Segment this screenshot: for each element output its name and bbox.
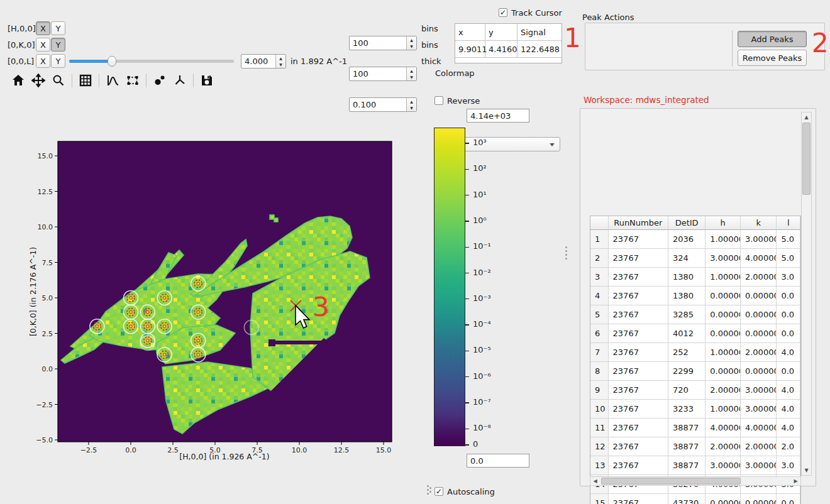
- save-icon[interactable]: [197, 72, 216, 89]
- table-row[interactable]: 1523767437300.000000.000000.0: [590, 494, 800, 504]
- table-cell[interactable]: 38877: [668, 419, 706, 437]
- table-cell[interactable]: 2.00000: [706, 437, 741, 456]
- table-cell[interactable]: 23767: [609, 419, 668, 437]
- horizontal-scroll-thumb[interactable]: [601, 478, 741, 485]
- table-cell[interactable]: 23767: [609, 437, 668, 456]
- table-cell[interactable]: 23767: [609, 381, 668, 400]
- table-cell[interactable]: 0.00000: [706, 287, 741, 305]
- table-cell[interactable]: 1.00000: [706, 343, 741, 362]
- table-cell[interactable]: 23767: [609, 249, 668, 268]
- table-cell[interactable]: 4.0: [777, 343, 800, 362]
- table-cell[interactable]: 4: [590, 287, 609, 305]
- line-plots-icon[interactable]: [103, 72, 122, 89]
- x-bins-spinbox[interactable]: 100 ▲▼: [349, 36, 417, 50]
- table-cell[interactable]: 0.00000: [706, 305, 741, 324]
- table-cell[interactable]: 23767: [609, 362, 668, 381]
- vertical-scroll-thumb[interactable]: [802, 123, 811, 195]
- dim-00l-y-button[interactable]: Y: [51, 54, 65, 68]
- reverse-checkbox[interactable]: [434, 96, 443, 105]
- dim-h00-y-button[interactable]: Y: [51, 21, 65, 35]
- home-icon[interactable]: [9, 72, 28, 89]
- thickness-spin-buttons[interactable]: ▲▼: [406, 98, 416, 111]
- table-cell[interactable]: 1.00000: [706, 268, 741, 287]
- table-cell[interactable]: 1.00000: [706, 400, 741, 419]
- scroll-right-arrow[interactable]: ▶: [792, 477, 800, 485]
- table-cell[interactable]: 2: [590, 249, 609, 268]
- overlay-peaks-icon[interactable]: [150, 72, 169, 89]
- slice-value-spinbox[interactable]: 4.000 ▲▼: [241, 54, 286, 68]
- column-header-DetID[interactable]: DetID: [668, 216, 706, 230]
- table-row[interactable]: 82376722990.000000.000000.0: [590, 362, 800, 381]
- table-row[interactable]: 32376713801.000002.000003.0: [590, 268, 800, 287]
- dim-0k0-x-button[interactable]: X: [36, 38, 50, 52]
- table-cell[interactable]: 0.00000: [741, 305, 777, 324]
- table-cell[interactable]: 5.0: [777, 249, 800, 268]
- table-cell[interactable]: 12: [590, 437, 609, 456]
- table-row[interactable]: 62376740120.000000.000000.0: [590, 324, 800, 343]
- table-cell[interactable]: 0.0: [777, 362, 800, 381]
- table-cell[interactable]: 13: [590, 456, 609, 475]
- table-cell[interactable]: 10: [590, 400, 609, 419]
- dim-h00-x-button[interactable]: X: [36, 21, 50, 35]
- splitter-handle[interactable]: [565, 246, 568, 260]
- table-cell[interactable]: 23767: [609, 456, 668, 475]
- table-row[interactable]: 52376732850.000000.000000.0: [590, 305, 800, 324]
- table-cell[interactable]: 0.00000: [741, 494, 777, 504]
- table-cell[interactable]: 2.00000: [741, 343, 777, 362]
- y-bins-spinbox[interactable]: 100 ▲▼: [349, 67, 417, 81]
- table-cell[interactable]: 6: [590, 324, 609, 343]
- table-cell[interactable]: 252: [668, 343, 706, 362]
- autoscaling-checkbox[interactable]: ✓: [434, 487, 443, 496]
- table-cell[interactable]: 1380: [668, 287, 706, 305]
- slice-slider-handle[interactable]: [108, 56, 116, 67]
- table-cell[interactable]: 3.00000: [706, 249, 741, 268]
- scroll-up-arrow[interactable]: ▲: [802, 113, 811, 121]
- table-cell[interactable]: 23767: [609, 494, 668, 504]
- table-cell[interactable]: 720: [668, 381, 706, 400]
- table-cell[interactable]: 0.00000: [741, 324, 777, 343]
- nonorthogonal-axes-icon[interactable]: [170, 72, 189, 89]
- table-cell[interactable]: 1.00000: [706, 230, 741, 249]
- table-cell[interactable]: 2.00000: [741, 437, 777, 456]
- splitter-handle-bottom[interactable]: [427, 485, 432, 496]
- table-cell[interactable]: 3.00000: [741, 230, 777, 249]
- table-cell[interactable]: 5.0: [777, 230, 800, 249]
- thickness-spinbox[interactable]: 0.100 ▲▼: [349, 97, 417, 112]
- table-cell[interactable]: 3.00000: [741, 400, 777, 419]
- table-row[interactable]: 2237673243.000004.000005.0: [590, 249, 800, 268]
- add-peaks-button[interactable]: Add Peaks: [738, 31, 807, 47]
- dim-0k0-y-button[interactable]: Y: [51, 38, 65, 52]
- table-cell[interactable]: 0.00000: [741, 362, 777, 381]
- table-cell[interactable]: 4.00000: [741, 249, 777, 268]
- table-cell[interactable]: 0.00000: [741, 287, 777, 305]
- table-vertical-scrollbar[interactable]: ▲ ▼: [801, 112, 812, 476]
- colorbar-max-field[interactable]: 4.14e+03: [467, 109, 529, 123]
- table-row[interactable]: 12376720361.000003.000005.0: [590, 230, 800, 249]
- remove-peaks-button[interactable]: Remove Peaks: [738, 50, 807, 66]
- slice-plot[interactable]: −2.50.02.55.07.510.012.515.015.012.510.0…: [16, 135, 406, 471]
- table-cell[interactable]: 3285: [668, 305, 706, 324]
- table-cell[interactable]: 8: [590, 362, 609, 381]
- x-bins-spin-buttons[interactable]: ▲▼: [406, 36, 416, 50]
- table-row[interactable]: 1223767388772.000002.000002.0: [590, 437, 800, 456]
- zoom-icon[interactable]: [49, 72, 68, 89]
- column-header-l[interactable]: l: [777, 216, 800, 230]
- table-cell[interactable]: 3.00000: [741, 456, 777, 475]
- table-cell[interactable]: 1380: [668, 268, 706, 287]
- region-selection-icon[interactable]: [123, 72, 142, 89]
- table-cell[interactable]: 0.00000: [706, 362, 741, 381]
- table-cell[interactable]: 2036: [668, 230, 706, 249]
- slice-value-spin-buttons[interactable]: ▲▼: [275, 55, 285, 68]
- column-header-index[interactable]: [590, 216, 609, 230]
- table-cell[interactable]: 324: [668, 249, 706, 268]
- column-header-h[interactable]: h: [706, 216, 741, 230]
- grid-icon[interactable]: [76, 72, 95, 89]
- table-cell[interactable]: 0.00000: [706, 494, 741, 504]
- table-cell[interactable]: 2.0: [777, 437, 800, 456]
- table-cell[interactable]: 4.0: [777, 400, 800, 419]
- track-cursor-checkbox[interactable]: ✓: [499, 8, 507, 17]
- table-cell[interactable]: 3.00000: [706, 456, 741, 475]
- table-cell[interactable]: 7: [590, 343, 609, 362]
- scroll-down-arrow[interactable]: ▼: [802, 466, 811, 474]
- table-cell[interactable]: 4012: [668, 324, 706, 343]
